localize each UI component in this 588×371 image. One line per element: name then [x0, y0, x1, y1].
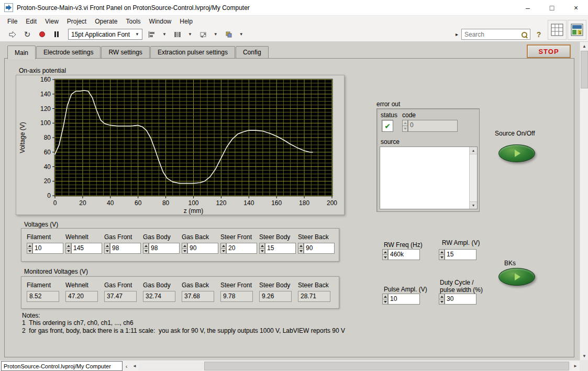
spinner-icon[interactable] — [439, 249, 445, 260]
reorder-objects-dropdown[interactable]: ▼ — [224, 29, 245, 40]
voltage-input-value-steer-front[interactable]: 20 — [226, 243, 257, 254]
voltage-input-value-gas-body[interactable]: 98 — [149, 243, 180, 254]
increment-icon[interactable] — [298, 243, 304, 248]
voltage-input-steer-front[interactable]: 20 — [220, 243, 257, 254]
decrement-icon[interactable] — [382, 299, 388, 305]
voltage-input-value-gas-back[interactable]: 90 — [187, 243, 218, 254]
increment-icon[interactable] — [65, 243, 71, 248]
decrement-icon[interactable] — [27, 248, 32, 254]
spinner-icon[interactable] — [27, 243, 32, 254]
spinner-icon[interactable] — [220, 243, 226, 254]
run-continuous-button[interactable]: ↻ — [22, 29, 32, 40]
spinner-icon[interactable] — [382, 294, 388, 305]
context-back-icon[interactable]: ‹ — [123, 361, 130, 371]
search-expand-icon[interactable]: ▸ — [456, 31, 458, 37]
increment-icon[interactable] — [382, 294, 388, 299]
horizontal-scrollbar-thumb[interactable] — [204, 362, 569, 370]
decrement-icon[interactable] — [439, 254, 445, 260]
increment-icon[interactable] — [259, 243, 265, 248]
scroll-right-icon[interactable]: ► — [571, 362, 580, 370]
spinner-icon[interactable] — [104, 243, 110, 254]
voltage-input-value-filament[interactable]: 10 — [32, 243, 63, 254]
decrement-icon[interactable] — [220, 248, 226, 254]
distribute-objects-dropdown[interactable]: ▼ — [172, 29, 194, 40]
menu-view[interactable]: View — [41, 17, 63, 26]
increment-icon[interactable] — [143, 243, 149, 248]
menu-help[interactable]: Help — [175, 17, 197, 26]
minimize-button[interactable]: – — [516, 0, 540, 16]
stop-button[interactable]: STOP — [527, 45, 570, 58]
tab-electrode-settings[interactable]: Electrode settings — [36, 46, 101, 58]
decrement-icon[interactable] — [143, 248, 149, 254]
decrement-icon[interactable] — [259, 248, 265, 254]
source-on-off-button[interactable] — [498, 144, 535, 162]
menu-project[interactable]: Project — [63, 17, 91, 26]
source-scrollbar[interactable]: ▴ ▾ — [469, 147, 477, 209]
increment-icon[interactable] — [439, 249, 445, 254]
voltage-input-value-gas-front[interactable]: 98 — [110, 243, 141, 254]
scroll-up-icon[interactable]: ▲ — [580, 42, 588, 50]
spinner-icon[interactable] — [259, 243, 265, 254]
maximize-button[interactable]: □ — [540, 0, 564, 16]
tab-rw-settings[interactable]: RW settings — [101, 46, 149, 58]
align-objects-dropdown[interactable]: ▼ — [147, 29, 168, 40]
increment-icon[interactable] — [220, 243, 226, 248]
scroll-down-icon[interactable]: ▾ — [470, 201, 477, 209]
pulse-ampl-input[interactable]: 10 — [382, 294, 420, 305]
tab-extraction-pulser-settings[interactable]: Extraction pulser settings — [150, 46, 235, 58]
menu-operate[interactable]: Operate — [91, 17, 121, 26]
vi-icon-editor[interactable]: 1 — [568, 20, 586, 40]
decrement-icon[interactable] — [182, 248, 187, 254]
voltage-input-value-steer-back[interactable]: 90 — [304, 243, 335, 254]
decrement-icon[interactable] — [298, 248, 304, 254]
bks-button[interactable] — [498, 268, 535, 286]
help-icon[interactable]: ? — [534, 29, 544, 40]
menu-edit[interactable]: Edit — [21, 17, 41, 26]
rw-freq-input[interactable]: 460k — [382, 249, 420, 260]
decrement-icon[interactable] — [439, 299, 445, 305]
execution-target-indicator[interactable]: ProtonSource-Control.lvproj/My Computer — [1, 361, 123, 371]
abort-button[interactable] — [37, 29, 47, 40]
voltage-input-gas-back[interactable]: 90 — [182, 243, 218, 254]
spinner-icon[interactable] — [182, 243, 187, 254]
scroll-up-icon[interactable]: ▴ — [470, 147, 477, 154]
scroll-left-icon[interactable]: ◄ — [130, 362, 139, 370]
font-selector[interactable]: 15pt Application Font ▼ — [68, 29, 142, 40]
duty-cycle-value[interactable]: 30 — [445, 294, 476, 305]
spinner-icon[interactable] — [65, 243, 71, 254]
search-input[interactable] — [462, 31, 517, 38]
rw-freq-value[interactable]: 460k — [388, 249, 420, 260]
decrement-icon[interactable] — [65, 248, 71, 254]
spinner-icon[interactable] — [439, 294, 445, 305]
menu-window[interactable]: Window — [145, 17, 176, 26]
tab-config[interactable]: Config — [236, 46, 269, 58]
voltage-input-steer-body[interactable]: 15 — [259, 243, 296, 254]
voltage-input-filament[interactable]: 10 — [27, 243, 63, 254]
close-button[interactable]: × — [564, 0, 588, 16]
rw-ampl-value[interactable]: 15 — [445, 249, 476, 260]
resize-objects-dropdown[interactable]: ▼ — [198, 29, 219, 40]
pause-button[interactable] — [51, 29, 62, 40]
tab-main[interactable]: Main — [7, 46, 36, 59]
horizontal-scrollbar[interactable] — [139, 362, 571, 370]
voltage-input-wehnelt[interactable]: 145 — [65, 243, 102, 254]
increment-icon[interactable] — [382, 249, 388, 254]
decrement-icon[interactable] — [382, 254, 388, 260]
spinner-icon[interactable] — [143, 243, 149, 254]
decrement-icon[interactable] — [104, 248, 110, 254]
increment-icon[interactable] — [439, 294, 445, 299]
voltage-input-gas-body[interactable]: 98 — [143, 243, 180, 254]
vertical-scrollbar[interactable]: ▲ ▼ — [580, 42, 588, 360]
spinner-icon[interactable] — [382, 249, 388, 260]
pulse-ampl-value[interactable]: 10 — [388, 294, 420, 305]
rw-ampl-input[interactable]: 15 — [439, 249, 476, 260]
spinner-icon[interactable] — [298, 243, 304, 254]
voltage-input-gas-front[interactable]: 98 — [104, 243, 141, 254]
menu-file[interactable]: File — [3, 17, 21, 26]
voltage-input-steer-back[interactable]: 90 — [298, 243, 335, 254]
voltage-input-value-wehnelt[interactable]: 145 — [71, 243, 102, 254]
duty-cycle-input[interactable]: 30 — [439, 294, 476, 305]
run-button[interactable] — [7, 29, 18, 40]
voltage-input-value-steer-body[interactable]: 15 — [265, 243, 296, 254]
increment-icon[interactable] — [104, 243, 110, 248]
